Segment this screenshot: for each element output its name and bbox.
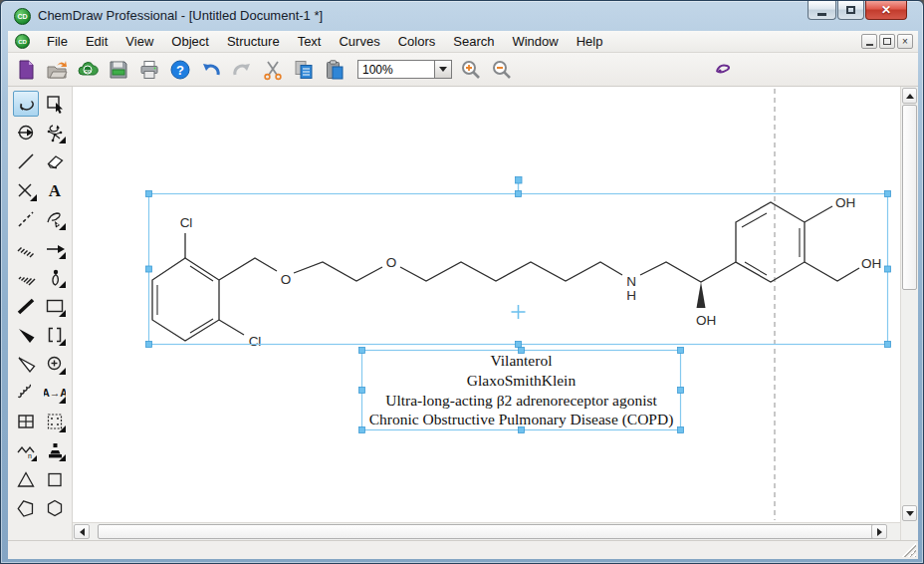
menu-text[interactable]: Text (289, 32, 331, 51)
minimize-button[interactable] (808, 1, 836, 20)
partial-ring-tool-a[interactable] (13, 524, 39, 540)
drawing-canvas[interactable]: Cl Cl O O N H OH OH OH (73, 87, 900, 522)
document-logo-icon[interactable]: CD (15, 34, 30, 49)
scroll-up-button[interactable] (902, 88, 917, 104)
menu-structure[interactable]: Structure (218, 32, 289, 51)
mdi-close-button[interactable]: × (897, 34, 913, 49)
cyclopropane-ring-tool[interactable] (13, 466, 39, 492)
hashed-wedge-bond-tool[interactable] (13, 264, 39, 290)
cut-button[interactable] (261, 57, 285, 83)
handle-bottom-left[interactable] (146, 342, 152, 348)
bond-to-phenol-oh[interactable] (805, 206, 832, 222)
structure-selection[interactable] (146, 177, 891, 348)
menu-window[interactable]: Window (503, 32, 567, 51)
title-bar[interactable]: CD ChemDraw Professional - [Untitled Doc… (1, 1, 923, 31)
hashed-bond-tool[interactable] (13, 235, 39, 261)
atom-label-benzylic-oh[interactable]: OH (696, 313, 716, 328)
charge-symbol-tool[interactable] (42, 351, 68, 377)
solid-wedge-bond-tool[interactable] (13, 322, 39, 348)
help-button[interactable]: ? (168, 57, 192, 83)
rotation-handle[interactable] (516, 177, 523, 184)
menu-edit[interactable]: Edit (77, 32, 116, 51)
text-handle-bottom-right[interactable] (678, 427, 684, 433)
rectangle-tool[interactable] (42, 293, 68, 319)
maximize-button[interactable] (837, 1, 864, 20)
handle-top-center[interactable] (516, 191, 522, 197)
pen-tool[interactable] (42, 206, 68, 232)
bold-bond-tool[interactable] (13, 293, 39, 319)
new-document-button[interactable] (14, 57, 38, 83)
horizontal-scrollbar[interactable] (73, 522, 900, 540)
structure-perspective-tool[interactable] (42, 120, 68, 145)
open-from-cloud-button[interactable]: co (76, 57, 100, 83)
text-handle-bottom-center[interactable] (519, 427, 525, 433)
vertical-scroll-thumb[interactable] (902, 105, 917, 290)
annotation-text[interactable]: Vilanterol GlaxoSmithKlein Ultra-long-ac… (369, 352, 674, 428)
single-bond-tool[interactable] (13, 148, 39, 174)
amine-link-bonds[interactable] (640, 262, 736, 282)
handle-bottom-right[interactable] (885, 342, 891, 348)
undo-button[interactable] (199, 57, 223, 83)
menu-colors[interactable]: Colors (389, 32, 445, 51)
handle-mid-right[interactable] (885, 266, 891, 272)
benzyl-ether-bonds[interactable] (219, 258, 277, 280)
rotate-tool[interactable] (13, 120, 39, 145)
handle-top-right[interactable] (885, 191, 891, 197)
rotation-center-cross[interactable] (512, 305, 526, 319)
cyclobutane-ring-tool[interactable] (42, 466, 68, 492)
dashed-bond-tool[interactable] (13, 206, 39, 232)
arrow-tool[interactable] (42, 235, 68, 261)
atom-label-o2[interactable]: O (386, 255, 397, 270)
lasso-tool[interactable] (13, 91, 39, 117)
partial-ring-tool-b[interactable] (42, 524, 68, 540)
atom-label-nh[interactable]: H (626, 288, 636, 303)
dichlorophenyl-ring[interactable] (152, 258, 219, 341)
atom-label-cl-top[interactable]: Cl (180, 215, 193, 230)
bond-to-cl-bottom[interactable] (219, 320, 244, 335)
bond-crossing-tool[interactable] (13, 177, 39, 203)
handle-mid-left[interactable] (146, 266, 152, 272)
cyclopentane-ring-tool[interactable] (13, 495, 39, 521)
hydroxymethyl-bonds[interactable] (805, 262, 859, 281)
copy-button[interactable] (292, 57, 316, 83)
eraser-tool[interactable] (42, 148, 68, 174)
redo-button[interactable] (230, 57, 254, 83)
mdi-minimize-button[interactable] (861, 34, 877, 49)
atom-label-cl-bottom[interactable]: Cl (249, 334, 262, 349)
zoom-out-button[interactable] (490, 57, 514, 83)
template-tool[interactable] (42, 409, 68, 434)
glycol-bonds[interactable] (294, 262, 382, 281)
wavy-bond-tool[interactable] (13, 380, 39, 406)
paste-button[interactable] (323, 57, 346, 83)
orbital-tool[interactable] (42, 264, 68, 290)
stamp-tool[interactable] (42, 437, 68, 463)
atom-label-hydroxymethyl-oh[interactable]: OH (861, 256, 881, 271)
atom-to-atom-map-tool[interactable]: A→A (42, 380, 68, 406)
scifinder-search-button[interactable] (711, 57, 735, 83)
table-tool[interactable] (13, 409, 39, 434)
cyclohexane-ring-tool[interactable] (42, 495, 68, 521)
molecule-structure[interactable] (152, 202, 859, 341)
atom-label-o1[interactable]: O (281, 272, 292, 287)
text-handle-mid-right[interactable] (678, 388, 684, 394)
save-button[interactable] (107, 57, 130, 83)
text-handle-top-right[interactable] (678, 348, 684, 354)
menu-help[interactable]: Help (568, 32, 612, 51)
open-file-button[interactable] (45, 57, 69, 83)
zoom-level-input[interactable]: 100% (357, 60, 435, 79)
text-handle-bottom-left[interactable] (359, 427, 365, 433)
handle-top-left[interactable] (146, 191, 152, 197)
menu-view[interactable]: View (116, 32, 162, 51)
horizontal-scroll-thumb[interactable] (98, 524, 883, 539)
menu-object[interactable]: Object (162, 32, 218, 51)
marquee-tool[interactable] (42, 91, 68, 117)
hexyl-chain-bonds[interactable] (400, 262, 622, 281)
zoom-in-button[interactable] (459, 57, 483, 83)
resize-grip[interactable] (902, 543, 916, 557)
zoom-level-dropdown-button[interactable] (435, 60, 452, 79)
text-handle-mid-left[interactable] (359, 388, 365, 394)
menu-curves[interactable]: Curves (330, 32, 388, 51)
phenol-ring[interactable] (736, 202, 805, 282)
vertical-scrollbar[interactable] (901, 87, 919, 522)
print-button[interactable] (137, 57, 161, 83)
